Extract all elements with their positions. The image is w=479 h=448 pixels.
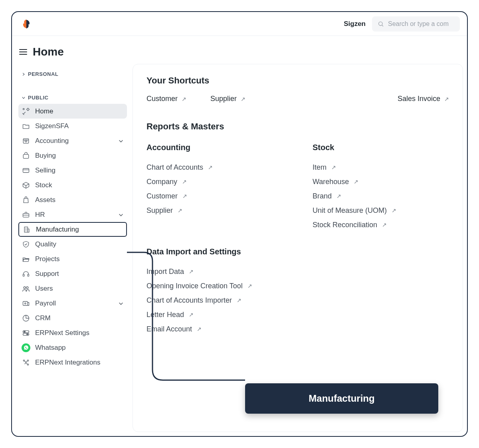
sidebar-item-erpnext-settings[interactable]: ERPNext Settings [18,325,127,340]
arrow-up-right-icon: ↗ [444,96,449,102]
toggles-icon [22,329,30,337]
link-email-account[interactable]: Email Account↗ [146,322,449,336]
shopbag-icon [22,196,30,204]
sidebar-item-home[interactable]: Home [18,104,127,119]
svg-rect-6 [23,168,29,172]
svg-point-19 [23,360,24,361]
link-stock-reconciliation[interactable]: Stock Reconciliation↗ [313,218,449,232]
link-label: Supplier [146,206,173,215]
headset-icon [22,270,30,278]
arrow-up-right-icon: ↗ [392,207,396,214]
main-content: Your Shortcuts Customer↗Supplier↗Sales I… [133,64,463,432]
shortcut-sales-invoice[interactable]: Sales Invoice↗ [398,95,449,103]
sidebar-item-payroll[interactable]: Payroll [18,296,127,311]
arrow-up-right-icon: ↗ [182,96,186,102]
sidebar-section-public[interactable]: PUBLIC [18,84,127,104]
link-label: Letter Head [146,311,184,319]
sidebar-item-label: Users [35,285,53,293]
sidebar-item-selling[interactable]: Selling [18,163,127,178]
svg-rect-10 [28,274,29,276]
link-unit-of-measure-uom-[interactable]: Unit of Measure (UOM)↗ [313,203,449,218]
cashregister-icon [22,137,30,145]
shortcut-label: Supplier [210,95,237,103]
sidebar-item-erpnext-integrations[interactable]: ERPNext Integrations [18,355,127,370]
integration-icon [22,358,30,367]
reports-column-accounting: AccountingChart of Accounts↗Company↗Cust… [146,143,283,232]
sidebar-item-label: Manufacturing [36,226,79,234]
arrow-up-right-icon: ↗ [178,207,182,214]
sidebar-item-stock[interactable]: Stock [18,178,127,192]
link-label: Chart of Accounts [146,163,203,172]
sidebar-item-label: HR [35,211,45,219]
search-placeholder: Search or type a com [388,20,449,28]
sidebar-item-label: Selling [35,167,55,174]
link-letter-head[interactable]: Letter Head↗ [146,307,449,322]
svg-point-18 [27,333,28,335]
link-import-data[interactable]: Import Data↗ [146,264,449,279]
sidebar-item-accounting[interactable]: Accounting [18,133,127,148]
search-icon [378,21,384,27]
sidebar-item-label: Buying [35,152,56,160]
sidebar-item-hr[interactable]: HR [18,207,127,222]
org-name[interactable]: Sigzen [344,20,366,28]
svg-point-16 [24,331,25,332]
building-icon [22,225,31,234]
link-opening-invoice-creation-tool[interactable]: Opening Invoice Creation Tool↗ [146,279,449,293]
svg-rect-9 [23,274,24,276]
sidebar-item-whatsapp[interactable]: Whatsapp [18,340,127,355]
column-title: Accounting [146,143,283,152]
shortcut-label: Customer [146,95,178,103]
payroll-icon [22,299,30,308]
svg-point-0 [379,22,382,25]
sidebar-item-support[interactable]: Support [18,266,127,281]
piechart-icon [22,314,30,323]
link-item[interactable]: Item↗ [313,160,449,174]
link-chart-of-accounts[interactable]: Chart of Accounts↗ [146,160,283,174]
reports-column-stock: StockItem↗Warehouse↗Brand↗Unit of Measur… [313,143,449,232]
svg-point-14 [25,303,26,304]
search-input[interactable]: Search or type a com [372,16,460,32]
sidebar-item-assets[interactable]: Assets [18,192,127,207]
topbar: Sigzen Search or type a com [12,12,467,36]
chevron-down-icon [118,301,124,306]
sidebar-item-buying[interactable]: Buying [18,148,127,163]
arrow-up-right-icon: ↗ [182,178,187,185]
sidebar-item-crm[interactable]: CRM [18,311,127,325]
svg-point-2 [23,108,24,109]
link-label: Brand [313,192,332,200]
shortcut-customer[interactable]: Customer↗ [146,95,186,103]
reports-title: Reports & Masters [146,121,449,132]
arrow-up-right-icon: ↗ [189,311,194,318]
link-warehouse[interactable]: Warehouse↗ [313,174,449,189]
sidebar-section-personal[interactable]: PERSONAL [18,67,127,84]
link-brand[interactable]: Brand↗ [313,189,449,203]
svg-point-11 [24,287,26,289]
shortcut-label: Sales Invoice [398,95,440,103]
box-icon [22,181,30,190]
hamburger-icon[interactable] [19,49,27,55]
link-label: Unit of Measure (UOM) [313,206,387,215]
link-chart-of-accounts-importer[interactable]: Chart of Accounts Importer↗ [146,293,449,307]
arrow-up-right-icon: ↗ [336,193,341,199]
shortcut-supplier[interactable]: Supplier↗ [210,95,245,103]
sidebar-item-users[interactable]: Users [18,281,127,296]
sidebar-item-label: Quality [35,240,56,248]
link-label: Email Account [146,325,192,333]
folder-icon [22,122,30,131]
sidebar-item-quality[interactable]: Quality [18,237,127,252]
arrow-up-right-icon: ↗ [331,164,336,170]
arrow-up-right-icon: ↗ [247,283,252,289]
sidebar-personal-label: PERSONAL [28,71,58,77]
arrow-up-right-icon: ↗ [382,222,387,228]
link-label: Import Data [146,268,184,276]
link-company[interactable]: Company↗ [146,174,283,189]
sidebar-item-sigzensfa[interactable]: SigzenSFA [18,119,127,133]
svg-rect-3 [23,139,28,143]
arrow-up-right-icon: ↗ [354,178,358,185]
sidebar-item-label: Payroll [35,299,56,307]
sidebar-item-projects[interactable]: Projects [18,252,127,266]
link-supplier[interactable]: Supplier↗ [146,203,283,218]
sidebar-item-manufacturing[interactable]: Manufacturing [18,222,127,237]
link-customer[interactable]: Customer↗ [146,189,283,203]
svg-point-12 [26,287,28,289]
